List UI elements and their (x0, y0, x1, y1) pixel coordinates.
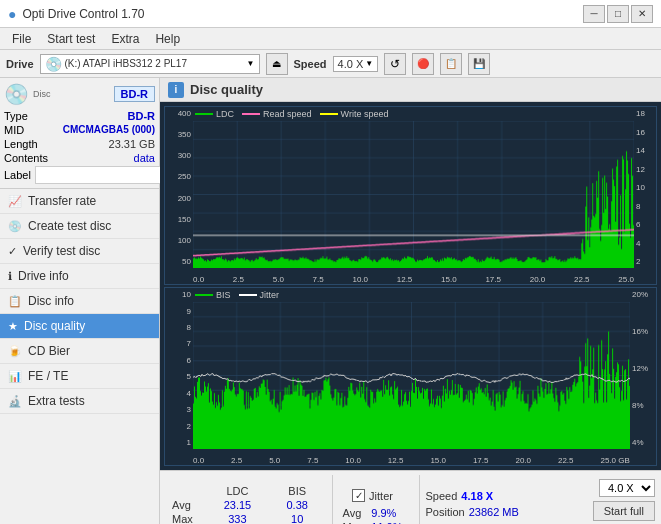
speed-dropdown-icon: ▼ (365, 59, 373, 68)
drive-eject-btn[interactable]: ⏏ (266, 53, 288, 75)
verify-test-disc-icon: ✓ (8, 245, 17, 258)
legend-read-label: Read speed (263, 109, 312, 119)
legend-write-label: Write speed (341, 109, 389, 119)
speed-btn2[interactable]: 🔴 (412, 53, 434, 75)
legend-jitter-label: Jitter (260, 290, 280, 300)
extra-tests-label: Extra tests (28, 394, 85, 408)
sidebar-item-cd-bier[interactable]: 🍺 CD Bier (0, 339, 159, 364)
disc-quality-icon: ★ (8, 320, 18, 333)
transfer-rate-label: Transfer rate (28, 194, 96, 208)
disc-contents-label: Contents (4, 152, 48, 164)
chart1-canvas (193, 121, 634, 268)
close-button[interactable]: ✕ (631, 5, 653, 23)
jitter-avg-label2: Avg (339, 506, 368, 520)
stats-max-label: Max (166, 512, 206, 525)
speed-value-text: 4.0 X (338, 58, 364, 70)
sidebar-item-disc-info[interactable]: 📋 Disc info (0, 289, 159, 314)
jitter-max-value: 11.0% (367, 520, 406, 524)
chart1-legend: LDC Read speed Write speed (195, 109, 388, 119)
sidebar-item-verify-test-disc[interactable]: ✓ Verify test disc (0, 239, 159, 264)
start-full-button[interactable]: Start full (593, 501, 655, 521)
jitter-max-label: Max (339, 520, 368, 524)
title-bar-left: ● Opti Drive Control 1.70 (8, 6, 145, 22)
stats-max-bis: 10 (269, 512, 326, 525)
sidebar-item-fe-te[interactable]: 📊 FE / TE (0, 364, 159, 389)
drive-device-text: (K:) ATAPI iHBS312 2 PL17 (65, 58, 187, 69)
action-section: 4.0 X 2.0 X 1.0 X Start full Start part (588, 479, 655, 525)
legend-ldc-label: LDC (216, 109, 234, 119)
speed-stat-label: Speed (426, 490, 458, 502)
menu-file[interactable]: File (4, 30, 39, 48)
sidebar-item-disc-quality[interactable]: ★ Disc quality (0, 314, 159, 339)
col-header-ldc: LDC (206, 484, 269, 498)
legend-bis-color (195, 294, 213, 296)
sidebar-item-drive-info[interactable]: ℹ Drive info (0, 264, 159, 289)
disc-panel: 💿 Disc BD-R Type BD-R MID CMCMAGBA5 (000… (0, 78, 159, 189)
disc-contents-value: data (134, 152, 155, 164)
disc-type-row: Type BD-R (4, 110, 155, 122)
legend-bis: BIS (195, 290, 231, 300)
legend-write-color (320, 113, 338, 115)
jitter-avg-row: Avg 9.9% (339, 506, 407, 520)
disc-length-row: Length 23.31 GB (4, 138, 155, 150)
speed-btn3[interactable]: 📋 (440, 53, 462, 75)
disc-length-label: Length (4, 138, 38, 150)
maximize-button[interactable]: □ (607, 5, 629, 23)
jitter-avg-value: 9.9% (367, 506, 406, 520)
speed-btn4[interactable]: 💾 (468, 53, 490, 75)
legend-read-speed: Read speed (242, 109, 312, 119)
legend-write-speed: Write speed (320, 109, 389, 119)
sidebar-item-extra-tests[interactable]: 🔬 Extra tests (0, 389, 159, 414)
cd-bier-label: CD Bier (28, 344, 70, 358)
title-bar: ● Opti Drive Control 1.70 ─ □ ✕ (0, 0, 661, 28)
chart2-canvas (193, 302, 630, 449)
minimize-button[interactable]: ─ (583, 5, 605, 23)
speed-position-section: Speed 4.18 X Position 23862 MB Samples 3… (419, 475, 525, 524)
disc-mid-row: MID CMCMAGBA5 (000) (4, 124, 155, 136)
jitter-checkbox[interactable]: ✓ (352, 489, 365, 502)
disc-length-value: 23.31 GB (109, 138, 155, 150)
menu-extra[interactable]: Extra (103, 30, 147, 48)
disc-icon: 💿 (4, 82, 29, 106)
speed-btn1[interactable]: ↺ (384, 53, 406, 75)
chart2-container: 1 2 3 4 5 6 7 8 9 10 4% 8% 12% 16% (164, 287, 657, 466)
legend-jitter-color (239, 294, 257, 296)
legend-jitter: Jitter (239, 290, 280, 300)
disc-header: 💿 Disc BD-R (4, 82, 155, 106)
drive-bar: Drive 💿 (K:) ATAPI iHBS312 2 PL17 ▼ ⏏ Sp… (0, 50, 661, 78)
title-controls: ─ □ ✕ (583, 5, 653, 23)
speed-selector[interactable]: 4.0 X ▼ (333, 56, 379, 72)
position-label: Position (426, 506, 465, 518)
drive-selector[interactable]: 💿 (K:) ATAPI iHBS312 2 PL17 ▼ (40, 54, 260, 74)
nav-items: 📈 Transfer rate 💿 Create test disc ✓ Ver… (0, 189, 159, 524)
sidebar-item-transfer-rate[interactable]: 📈 Transfer rate (0, 189, 159, 214)
menu-start-test[interactable]: Start test (39, 30, 103, 48)
stats-table: LDC BIS Avg 23.15 0.38 Max 333 10 (166, 484, 326, 525)
stats-avg-ldc: 23.15 (206, 498, 269, 512)
main-layout: 💿 Disc BD-R Type BD-R MID CMCMAGBA5 (000… (0, 78, 661, 524)
stats-row: LDC BIS Avg 23.15 0.38 Max 333 10 (160, 470, 661, 524)
jitter-max-row: Max 11.0% (339, 520, 407, 524)
extra-tests-icon: 🔬 (8, 395, 22, 408)
disc-info-icon: 📋 (8, 295, 22, 308)
disc-quality-title: Disc quality (190, 82, 263, 97)
create-test-disc-label: Create test disc (28, 219, 111, 233)
jitter-label: Jitter (369, 490, 393, 502)
stats-row-max: Max 333 10 (166, 512, 326, 525)
disc-label-input[interactable] (35, 166, 166, 184)
fe-te-icon: 📊 (8, 370, 22, 383)
position-value: 23862 MB (469, 506, 519, 518)
disc-label-row: Label 🔍 (4, 166, 155, 184)
menu-help[interactable]: Help (147, 30, 188, 48)
verify-test-disc-label: Verify test disc (23, 244, 100, 258)
legend-ldc-color (195, 113, 213, 115)
disc-quality-label: Disc quality (24, 319, 85, 333)
disc-contents-row: Contents data (4, 152, 155, 164)
checkmark-icon: ✓ (355, 490, 363, 501)
chart1-container: 50 100 150 200 250 300 350 400 2 4 6 8 1… (164, 106, 657, 285)
sidebar-item-create-test-disc[interactable]: 💿 Create test disc (0, 214, 159, 239)
disc-quality-header: i Disc quality (160, 78, 661, 102)
disc-type-badge: BD-R (114, 86, 156, 102)
speed-dropdown-select[interactable]: 4.0 X 2.0 X 1.0 X (599, 479, 655, 497)
chart1-y-axis-right: 2 4 6 8 10 12 14 16 18 (634, 107, 656, 268)
